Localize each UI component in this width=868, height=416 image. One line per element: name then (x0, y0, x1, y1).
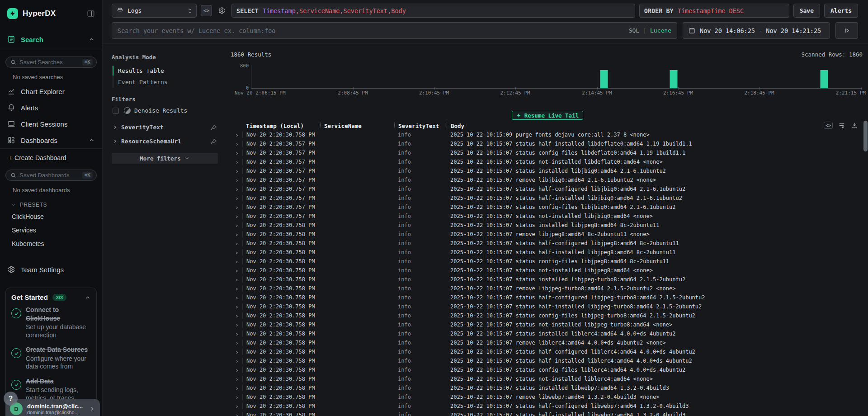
save-button[interactable]: Save (793, 4, 820, 18)
table-row[interactable]: ›Nov 20 2:20:30.758 PMinfo2025-10-22 10:… (231, 392, 864, 402)
get-started-step[interactable]: Create Data Sources Configure where your… (11, 345, 91, 371)
row-expand-chevron[interactable]: › (231, 367, 242, 373)
sidebar-item-chart-explorer[interactable]: Chart Explorer (0, 83, 102, 99)
row-expand-chevron[interactable]: › (231, 195, 242, 202)
source-select[interactable]: Logs (112, 4, 197, 18)
sidebar-collapse-icon[interactable] (87, 9, 95, 18)
preset-clickhouse[interactable]: ClickHouse (0, 210, 102, 223)
sql-mode-option[interactable]: SQL (629, 27, 639, 34)
table-row[interactable]: ›Nov 20 2:20:30.758 PMinfo2025-10-22 10:… (231, 320, 864, 329)
column-header-body[interactable]: Body (447, 123, 864, 129)
saved-searches-input[interactable]: Saved Searches ⌘K (5, 57, 97, 68)
table-row[interactable]: ›Nov 20 2:20:30.758 PMinfo2025-10-22 10:… (231, 311, 864, 320)
create-dashboard-button[interactable]: + Create Dashboard (0, 149, 102, 163)
row-expand-chevron[interactable]: › (231, 132, 242, 138)
chevron-up-icon[interactable] (85, 294, 91, 301)
query-settings-button[interactable] (216, 5, 227, 16)
table-row[interactable]: ›Nov 20 2:20:30.758 PMinfo2025-10-22 10:… (231, 284, 864, 293)
date-range-picker[interactable]: Nov 20 14:06:25 - Nov 20 14:21:25 (683, 22, 830, 39)
presets-toggle[interactable]: PRESETS (0, 196, 102, 210)
row-expand-chevron[interactable]: › (231, 303, 242, 310)
row-expand-chevron[interactable]: › (231, 403, 242, 410)
column-header-severitytext[interactable]: SeverityText (394, 123, 447, 129)
row-expand-chevron[interactable]: › (231, 249, 242, 256)
mode-results-table[interactable]: Results Table (113, 65, 218, 76)
sidebar-item-search[interactable]: Search (0, 29, 102, 50)
row-expand-chevron[interactable]: › (231, 285, 242, 292)
row-expand-chevron[interactable]: › (231, 385, 242, 392)
table-row[interactable]: ›Nov 20 2:20:30.758 PMinfo2025-10-22 10:… (231, 239, 864, 248)
run-query-button[interactable] (835, 22, 858, 39)
table-row[interactable]: ›Nov 20 2:20:30.757 PMinfo2025-10-22 10:… (231, 175, 864, 184)
table-row[interactable]: ›Nov 20 2:20:30.758 PMinfo2025-10-22 10:… (231, 302, 864, 311)
table-row[interactable]: ›Nov 20 2:20:30.757 PMinfo2025-10-22 10:… (231, 203, 864, 212)
event-search-input[interactable]: Search your events w/ Lucene ex. column:… (112, 22, 677, 39)
table-row[interactable]: ›Nov 20 2:20:30.757 PMinfo2025-10-22 10:… (231, 148, 864, 157)
denoise-results-toggle[interactable]: Denoise Results (113, 107, 218, 114)
denoise-checkbox[interactable] (113, 108, 119, 114)
help-button[interactable]: ? (4, 392, 18, 406)
code-view-icon[interactable]: <> (824, 122, 833, 129)
table-row[interactable]: ›Nov 20 2:20:30.757 PMinfo2025-10-22 10:… (231, 139, 864, 148)
table-row[interactable]: ›Nov 20 2:20:30.758 PMinfo2025-10-22 10:… (231, 383, 864, 392)
table-row[interactable]: ›Nov 20 2:20:30.758 PMinfo2025-10-22 10:… (231, 402, 864, 411)
row-expand-chevron[interactable]: › (231, 186, 242, 193)
table-row[interactable]: ›Nov 20 2:20:30.758 PMinfo2025-10-22 10:… (231, 347, 864, 356)
table-row[interactable]: ›Nov 20 2:20:30.758 PMinfo2025-10-22 10:… (231, 248, 864, 257)
row-expand-chevron[interactable]: › (231, 177, 242, 184)
row-expand-chevron[interactable]: › (231, 231, 242, 238)
user-menu[interactable]: D dominic.tran@clic... dominic.tran@clic… (5, 399, 100, 416)
chevron-up-icon[interactable] (89, 137, 95, 143)
row-expand-chevron[interactable]: › (231, 240, 242, 247)
pin-icon[interactable] (211, 138, 217, 145)
row-expand-chevron[interactable]: › (231, 358, 242, 364)
table-row[interactable]: ›Nov 20 2:20:30.758 PMinfo2025-10-22 10:… (231, 266, 864, 275)
order-by-input[interactable]: ORDER BY TimestampTime DESC (639, 4, 789, 18)
table-row[interactable]: ›Nov 20 2:20:30.757 PMinfo2025-10-22 10:… (231, 184, 864, 194)
table-row[interactable]: ›Nov 20 2:20:30.757 PMinfo2025-10-22 10:… (231, 194, 864, 203)
get-started-step[interactable]: Add Data Start sending logs, metrics, or… (11, 377, 91, 402)
row-expand-chevron[interactable]: › (231, 141, 242, 147)
filter-group-resourceschemaurl[interactable]: ResourceSchemaUrl (112, 134, 218, 148)
table-row[interactable]: ›Nov 20 2:20:30.757 PMinfo2025-10-22 10:… (231, 157, 864, 166)
sidebar-item-alerts[interactable]: Alerts (0, 99, 102, 116)
row-expand-chevron[interactable]: › (231, 168, 242, 175)
table-row[interactable]: ›Nov 20 2:20:30.758 PMinfo2025-10-22 10:… (231, 374, 864, 383)
row-expand-chevron[interactable]: › (231, 321, 242, 328)
download-icon[interactable] (851, 122, 858, 129)
row-expand-chevron[interactable]: › (231, 394, 242, 401)
row-expand-chevron[interactable]: › (231, 340, 242, 346)
sidebar-item-team-settings[interactable]: Team Settings (0, 261, 102, 278)
alerts-button[interactable]: Alerts (824, 4, 858, 18)
row-expand-chevron[interactable]: › (231, 276, 242, 283)
table-row[interactable]: ›Nov 20 2:20:30.758 PMinfo2025-10-22 10:… (231, 257, 864, 266)
wrap-lines-icon[interactable] (838, 122, 845, 129)
get-started-step[interactable]: Connect to ClickHouse Set up your databa… (11, 306, 91, 339)
saved-dashboards-input[interactable]: Saved Dashboards ⌘K (5, 170, 97, 181)
table-row[interactable]: ›Nov 20 2:20:30.758 PMinfo2025-10-22 10:… (231, 329, 864, 338)
more-filters-button[interactable]: More filters (112, 153, 218, 164)
resume-live-tail-button[interactable]: Resume Live Tail (512, 111, 583, 120)
code-view-button[interactable]: <> (201, 5, 212, 16)
row-expand-chevron[interactable]: › (231, 312, 242, 319)
table-row[interactable]: ›Nov 20 2:20:30.758 PMinfo2025-10-22 10:… (231, 221, 864, 230)
row-expand-chevron[interactable]: › (231, 294, 242, 301)
row-expand-chevron[interactable]: › (231, 150, 242, 156)
row-expand-chevron[interactable]: › (231, 222, 242, 229)
table-row[interactable]: ›Nov 20 2:20:30.758 PMinfo2025-10-22 10:… (231, 356, 864, 365)
table-row[interactable]: ›Nov 20 2:20:30.758 PMinfo2025-10-22 10:… (231, 275, 864, 284)
row-expand-chevron[interactable]: › (231, 349, 242, 355)
vertical-scrollbar[interactable] (863, 121, 868, 416)
table-row[interactable]: ›Nov 20 2:20:30.758 PMinfo2025-10-22 10:… (231, 411, 864, 416)
filter-group-severitytext[interactable]: SeverityText (112, 120, 218, 134)
column-header-servicename[interactable]: ServiceName (320, 123, 394, 129)
table-row[interactable]: ›Nov 20 2:20:30.758 PMinfo2025-10-22 10:… (231, 365, 864, 374)
row-expand-chevron[interactable]: › (231, 258, 242, 265)
row-expand-chevron[interactable]: › (231, 213, 242, 220)
chevron-up-icon[interactable] (89, 36, 95, 43)
table-row[interactable]: ›Nov 20 2:20:30.757 PMinfo2025-10-22 10:… (231, 212, 864, 221)
table-row[interactable]: ›Nov 20 2:20:30.758 PMinfo2025-10-22 10:… (231, 293, 864, 302)
preset-kubernetes[interactable]: Kubernetes (0, 237, 102, 251)
column-header-timestamp[interactable]: Timestamp (Local) (242, 123, 320, 129)
scrollbar-thumb[interactable] (863, 121, 868, 151)
